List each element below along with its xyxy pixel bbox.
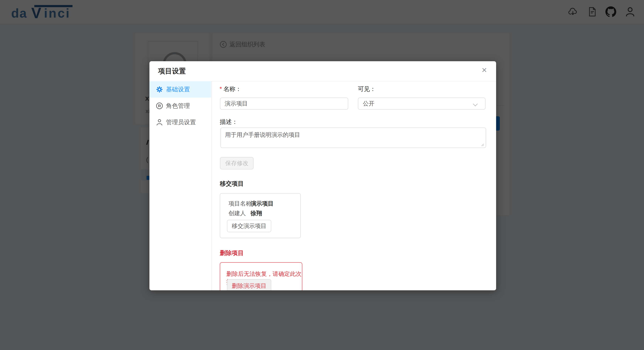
project-name-input[interactable] bbox=[220, 98, 348, 110]
visibility-select[interactable]: 公开 bbox=[358, 98, 486, 110]
close-icon[interactable]: × bbox=[482, 66, 487, 74]
chevron-down-icon bbox=[473, 101, 478, 106]
modal-header: 项目设置 × bbox=[150, 61, 496, 82]
sidebar-item-admin-settings[interactable]: 管理员设置 bbox=[150, 114, 211, 130]
name-field-label: *名称： bbox=[220, 85, 242, 93]
transfer-project-name-value: 演示项目 bbox=[250, 200, 274, 208]
modal-sidebar: 基础设置 R 角色管理 管理员设置 bbox=[150, 81, 212, 290]
app-root: da V inci bbox=[0, 0, 644, 350]
sidebar-item-basic-settings[interactable]: 基础设置 bbox=[150, 81, 211, 98]
transfer-project-button[interactable]: 移交演示项目 bbox=[227, 220, 271, 232]
transfer-project-box: 项目名称 演示项目 创建人 徐翔 移交演示项目 bbox=[220, 193, 301, 238]
registered-icon: R bbox=[156, 103, 163, 109]
sidebar-item-label: 基础设置 bbox=[166, 85, 190, 93]
transfer-creator-row: 创建人 bbox=[228, 209, 246, 217]
modal-title: 项目设置 bbox=[158, 61, 186, 81]
sidebar-item-label: 管理员设置 bbox=[166, 118, 196, 126]
delete-section-heading: 删除项目 bbox=[220, 249, 244, 257]
required-mark: * bbox=[220, 86, 222, 92]
transfer-creator-value: 徐翔 bbox=[250, 209, 262, 217]
sidebar-item-role-management[interactable]: R 角色管理 bbox=[150, 98, 211, 114]
visibility-selected-value: 公开 bbox=[363, 100, 374, 108]
delete-project-button[interactable]: 删除演示项目 bbox=[227, 279, 271, 290]
transfer-section-heading: 移交项目 bbox=[220, 180, 244, 188]
project-settings-modal: 项目设置 × 基础设置 bbox=[150, 61, 496, 290]
delete-project-box: 删除后无法恢复，请确定此次操作 删除演示项目 bbox=[220, 262, 302, 290]
transfer-project-name-row: 项目名称 bbox=[228, 200, 252, 208]
save-changes-button[interactable]: 保存修改 bbox=[220, 157, 254, 169]
description-field-label: 描述： bbox=[220, 118, 238, 126]
description-textarea[interactable]: 用于用户手册说明演示的项目 bbox=[220, 127, 486, 148]
gear-icon bbox=[156, 86, 163, 93]
modal-content: *名称： 可见： 公开 描述： 用于用户手册说明演示的项目 保存修改 移交项目 … bbox=[212, 81, 496, 290]
visibility-field-label: 可见： bbox=[358, 85, 376, 93]
person-icon bbox=[156, 119, 163, 126]
sidebar-item-label: 角色管理 bbox=[166, 102, 190, 110]
